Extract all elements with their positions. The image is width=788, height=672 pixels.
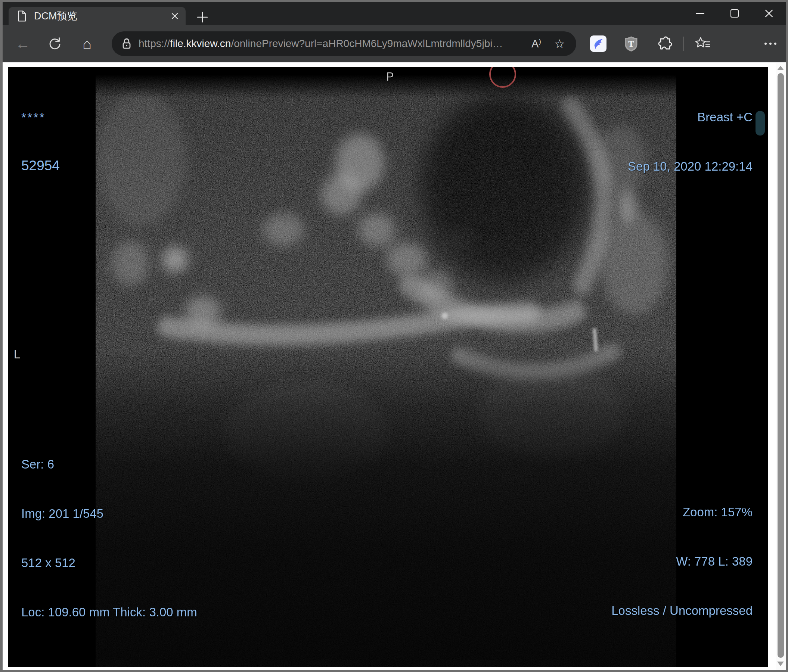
home-icon: ⌂ <box>83 35 92 52</box>
url-scheme: https:// <box>138 38 170 49</box>
titlebar: DCM预览 <box>3 2 786 25</box>
window-level: W: 778 L: 389 <box>612 553 753 570</box>
maximize-button[interactable] <box>717 2 752 25</box>
slice-location: Loc: 109.60 mm Thick: 3.00 mm <box>21 604 197 620</box>
orientation-marker-posterior: P <box>386 70 394 84</box>
orientation-marker-left: L <box>14 348 20 361</box>
reload-button[interactable] <box>43 32 67 55</box>
toolbar: ← ⌂ https://file.kkview.cn/onlinePr <box>3 25 786 62</box>
profile-button[interactable] <box>719 34 755 53</box>
settings-menu-button[interactable] <box>755 43 786 45</box>
lock-icon <box>121 37 132 50</box>
image-matrix: 512 x 512 <box>21 555 197 571</box>
window-controls <box>683 2 786 25</box>
back-button[interactable]: ← <box>11 32 35 55</box>
favorite-star-icon[interactable]: ☆ <box>554 36 565 51</box>
address-bar[interactable]: https://file.kkview.cn/onlinePreview?url… <box>112 32 576 56</box>
page-scrollbar[interactable] <box>776 63 786 670</box>
maximize-icon <box>731 10 739 17</box>
minimize-button[interactable] <box>683 2 717 25</box>
reload-icon <box>48 36 62 51</box>
collections-button[interactable] <box>686 36 719 51</box>
close-button[interactable] <box>752 2 786 25</box>
overlay-patient-info: **** 52954 <box>21 77 60 207</box>
page-content: **** 52954 Breast +C Sep 10, 2020 12:29:… <box>3 62 786 670</box>
toolbar-divider <box>680 36 686 51</box>
overlay-series-info: Ser: 6 Img: 201 1/545 512 x 512 Loc: 109… <box>21 423 197 653</box>
minimize-icon <box>696 13 704 14</box>
patient-id: 52954 <box>21 157 60 174</box>
series-number: Ser: 6 <box>21 456 197 472</box>
url-host: file.kkview.cn <box>170 38 231 49</box>
dicom-viewer-canvas[interactable]: **** 52954 Breast +C Sep 10, 2020 12:29:… <box>8 67 768 667</box>
svg-text:T: T <box>628 39 634 49</box>
scroll-down-arrow-icon[interactable] <box>777 661 784 666</box>
tampermonkey-shield-icon: T <box>624 35 638 52</box>
home-button[interactable]: ⌂ <box>75 32 99 55</box>
back-icon: ← <box>15 35 30 52</box>
overlay-study-info: Breast +C Sep 10, 2020 12:29:14 <box>628 76 753 208</box>
new-tab-button[interactable] <box>195 10 210 25</box>
url-path: /onlinePreview?url=aHR0cHM6Ly9maWxlLmtrd… <box>231 38 503 49</box>
url-text[interactable]: https://file.kkview.cn/onlinePreview?url… <box>138 38 521 50</box>
more-options-icon <box>764 43 767 45</box>
toolbar-extensions: T <box>582 25 786 62</box>
series-scrollbar-thumb[interactable] <box>756 111 765 136</box>
document-icon <box>17 11 27 22</box>
overlay-display-info: Zoom: 157% W: 778 L: 389 Lossless / Unco… <box>612 471 753 652</box>
thunder-extension-button[interactable] <box>582 35 615 52</box>
tampermonkey-extension-button[interactable]: T <box>615 35 648 52</box>
image-number: Img: 201 1/545 <box>21 506 197 522</box>
thunder-extension-icon <box>590 35 607 52</box>
patient-name: **** <box>21 110 60 125</box>
read-aloud-icon[interactable]: A⁾ <box>531 37 541 50</box>
extensions-button[interactable] <box>648 35 680 52</box>
zoom-level: Zoom: 157% <box>612 504 753 520</box>
profile-avatar <box>727 34 747 53</box>
tab-close-icon[interactable] <box>168 10 181 22</box>
study-description: Breast +C <box>628 109 753 125</box>
study-datetime: Sep 10, 2020 12:29:14 <box>628 158 753 175</box>
compression-info: Lossless / Uncompressed <box>612 602 753 619</box>
tab-dcm-preview[interactable]: DCM预览 <box>9 7 186 25</box>
tab-title: DCM预览 <box>34 10 168 23</box>
puzzle-icon <box>656 35 672 52</box>
scroll-up-arrow-icon[interactable] <box>777 66 784 70</box>
collections-star-icon <box>695 36 711 51</box>
browser-window: DCM预览 ← <box>0 0 788 672</box>
close-icon <box>764 9 774 18</box>
page-scrollbar-thumb[interactable] <box>778 73 784 658</box>
